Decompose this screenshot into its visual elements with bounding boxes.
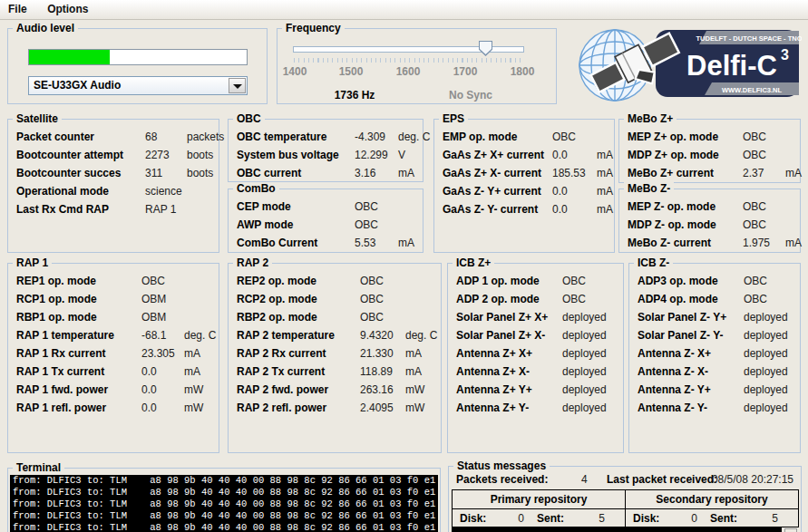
telemetry-value: 3.16 bbox=[355, 164, 375, 182]
telemetry-row: Antenna Z+ Y-deployed bbox=[456, 399, 621, 417]
telemetry-unit: mA bbox=[405, 344, 422, 363]
telemetry-value: 311 bbox=[145, 164, 162, 182]
telemetry-label: Antenna Z- X- bbox=[638, 365, 708, 378]
icb-zminus-panel: ICB Z- ADP3 op. modeOBCADP4 op. modeOBCS… bbox=[628, 263, 801, 453]
telemetry-row: RAP 1 Rx current23.305mA bbox=[16, 344, 217, 363]
telemetry-unit: mW bbox=[184, 399, 203, 417]
logo-brand-sup: 3 bbox=[781, 47, 789, 63]
telemetry-row: Antenna Z- X-deployed bbox=[638, 363, 798, 381]
telemetry-row: Antenna Z+ X+deployed bbox=[456, 344, 621, 363]
telemetry-value: deployed bbox=[562, 326, 607, 344]
telemetry-row: Solar Panel Z- Y-deployed bbox=[638, 326, 798, 344]
terminal-line: from: DLFIC3 to: TLM a8 98 9b 40 40 40 0… bbox=[10, 487, 438, 498]
audio-level-title: Audio level bbox=[13, 22, 78, 34]
telemetry-label: Antenna Z- Y+ bbox=[638, 383, 711, 396]
telemetry-label: RCP2 op. mode bbox=[237, 293, 317, 305]
telemetry-row: Solar Panel Z- Y+deployed bbox=[638, 308, 798, 326]
mebo-zplus-panel-title: MeBo Z+ bbox=[624, 112, 677, 125]
telemetry-value: OBM bbox=[141, 290, 166, 308]
repository-table: Primary repository Disk: 0 Sent: 5 Secon… bbox=[452, 489, 799, 527]
telemetry-row: GaAs Z+ X+ current0.0mA bbox=[443, 146, 612, 164]
frequency-tick-label: 1500 bbox=[339, 65, 364, 78]
telemetry-row: MDP Z- op. modeOBC bbox=[628, 216, 798, 234]
frequency-tick-label: 1800 bbox=[511, 65, 535, 78]
delfi-c3-logo: TUDELFT - DUTCH SPACE - TNO WWW.DELFIC3.… bbox=[565, 25, 802, 102]
combo-panel-title: ComBo bbox=[233, 182, 279, 195]
telemetry-label: REP2 op. mode bbox=[237, 275, 316, 287]
logo-bottom-badge-text: WWW.DELFIC3.NL bbox=[722, 86, 783, 94]
telemetry-value: 0.0 bbox=[552, 146, 568, 164]
telemetry-label: GaAs Z- Y- current bbox=[443, 203, 538, 216]
telemetry-label: Antenna Z+ Y+ bbox=[456, 383, 532, 396]
telemetry-row: REP2 op. modeOBC bbox=[237, 272, 439, 290]
telemetry-value: 9.4320 bbox=[360, 326, 394, 344]
frequency-slider-thumb[interactable] bbox=[479, 41, 492, 56]
audio-device-dropdown-button[interactable] bbox=[229, 78, 246, 93]
telemetry-value: -4.309 bbox=[355, 128, 385, 146]
sent-label: Sent: bbox=[710, 512, 752, 525]
telemetry-value: OBC bbox=[743, 198, 766, 216]
telemetry-label: RBP2 op. mode bbox=[237, 311, 317, 324]
telemetry-row: RAP 2 temperature9.4320deg. C bbox=[237, 326, 439, 344]
telemetry-value: OBC bbox=[562, 290, 586, 308]
last-packet-value: 08/5/08 20:27:15 bbox=[712, 471, 793, 488]
sent-value: 5 bbox=[579, 512, 618, 525]
telemetry-unit: mA bbox=[184, 344, 200, 363]
telemetry-row: RAP 1 fwd. power0.0mW bbox=[16, 381, 217, 399]
telemetry-row: GaAs Z- Y- current0.0mA bbox=[443, 200, 612, 218]
telemetry-row: MDP Z+ op. modeOBC bbox=[628, 146, 798, 164]
menu-options[interactable]: Options bbox=[39, 0, 96, 15]
disk-value: 0 bbox=[671, 512, 710, 525]
telemetry-label: MEP Z- op. mode bbox=[628, 200, 716, 213]
telemetry-value: 263.16 bbox=[360, 381, 394, 399]
packets-received-value: 4 bbox=[581, 471, 588, 488]
telemetry-label: EMP op. mode bbox=[443, 131, 517, 143]
telemetry-label: RAP 2 fwd. power bbox=[237, 383, 328, 396]
telemetry-unit: boots bbox=[187, 164, 213, 182]
frequency-tick-label: 1700 bbox=[453, 65, 478, 78]
telemetry-row: GaAs Z+ X- current185.53mA bbox=[443, 164, 612, 182]
obc-panel-title: OBC bbox=[233, 112, 265, 125]
telemetry-value: deployed bbox=[562, 363, 607, 381]
terminal-log[interactable]: from: DLFIC3 to: TLM a8 98 9b 40 40 40 0… bbox=[10, 475, 438, 532]
status-log-strip[interactable] bbox=[452, 527, 782, 532]
terminal-line: from: DLFIC3 to: TLM a8 98 9b 40 40 40 0… bbox=[10, 498, 438, 510]
telemetry-row: MeBo Z+ current2.37mA bbox=[628, 164, 798, 182]
menu-file[interactable]: File bbox=[0, 0, 35, 15]
telemetry-value: OBC bbox=[360, 290, 384, 308]
secondary-repository-column: Secondary repository Disk: 0 Sent: 5 bbox=[625, 490, 798, 527]
telemetry-unit: packets bbox=[187, 128, 224, 146]
status-log-scrollbar[interactable] bbox=[784, 528, 797, 532]
telemetry-label: MeBo Z+ current bbox=[628, 167, 714, 179]
telemetry-unit: deg. C bbox=[405, 326, 437, 344]
telemetry-row: System bus voltage12.299V bbox=[237, 146, 421, 164]
telemetry-row: Solar Panel Z+ X-deployed bbox=[456, 326, 621, 344]
telemetry-value: 0.0 bbox=[141, 381, 157, 399]
satellite-panel-title: Satellite bbox=[13, 112, 62, 125]
audio-level-panel: Audio level SE-U33GX Audio bbox=[7, 28, 268, 104]
telemetry-value: 2.4095 bbox=[360, 399, 394, 417]
telemetry-row: ADP 2 op. modeOBC bbox=[456, 290, 621, 308]
telemetry-row: Antenna Z+ X-deployed bbox=[456, 363, 621, 381]
telemetry-value: 5.53 bbox=[355, 234, 375, 252]
telemetry-row: Packet counter68packets bbox=[16, 128, 217, 146]
frequency-title: Frequency bbox=[282, 22, 345, 34]
telemetry-row: Antenna Z- X+deployed bbox=[638, 344, 798, 363]
telemetry-row: CEP modeOBC bbox=[237, 198, 421, 216]
telemetry-unit: mA bbox=[785, 164, 802, 182]
telemetry-label: RAP 1 Rx current bbox=[16, 347, 105, 360]
telemetry-unit: V bbox=[398, 146, 405, 164]
telemetry-unit: mA bbox=[398, 234, 414, 252]
audio-device-select[interactable]: SE-U33GX Audio bbox=[28, 76, 248, 95]
rap1-panel-title: RAP 1 bbox=[13, 256, 52, 269]
telemetry-row: ADP 1 op. modeOBC bbox=[456, 272, 621, 290]
telemetry-value: deployed bbox=[562, 344, 607, 363]
telemetry-label: RAP 1 fwd. power bbox=[16, 383, 108, 396]
telemetry-unit: mA bbox=[184, 363, 200, 381]
obc-panel: OBC OBC temperature-4.309deg. CSystem bu… bbox=[228, 119, 423, 182]
telemetry-unit: deg. C bbox=[184, 326, 216, 344]
primary-repository-column: Primary repository Disk: 0 Sent: 5 bbox=[453, 490, 625, 527]
telemetry-unit: mA bbox=[597, 200, 613, 218]
app-window: { "menu": {"items": ["File", "Options"]}… bbox=[0, 0, 808, 532]
telemetry-value: 185.53 bbox=[552, 164, 586, 182]
